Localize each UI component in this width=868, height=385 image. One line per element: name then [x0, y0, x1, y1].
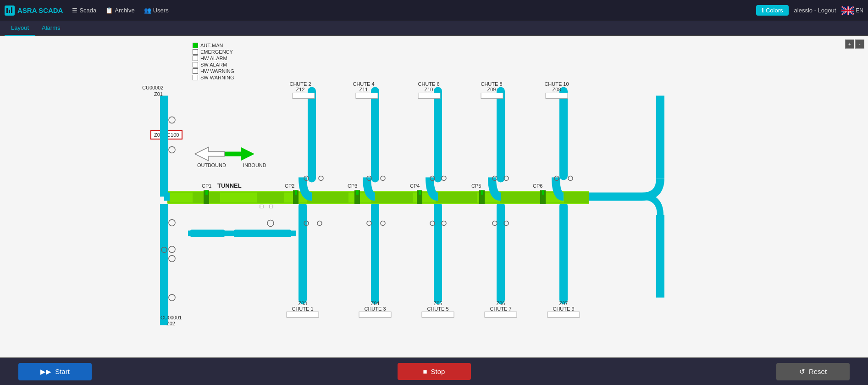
svg-rect-57 — [190, 230, 225, 237]
svg-rect-45 — [419, 190, 421, 195]
svg-rect-27 — [259, 193, 282, 203]
nav-scada[interactable]: ☰ Scada — [72, 7, 96, 14]
svg-rect-47 — [481, 190, 483, 195]
users-icon: 👥 — [144, 7, 151, 14]
svg-text:CP3: CP3 — [348, 183, 357, 189]
svg-rect-128 — [356, 93, 378, 99]
svg-text:CHUTE 8: CHUTE 8 — [481, 81, 502, 87]
svg-point-82 — [492, 221, 497, 226]
svg-rect-2 — [11, 7, 12, 13]
svg-rect-117 — [359, 312, 391, 318]
svg-point-79 — [381, 221, 385, 226]
svg-marker-87 — [195, 147, 225, 161]
svg-rect-126 — [547, 312, 580, 318]
svg-text:CHUTE 2: CHUTE 2 — [289, 81, 311, 87]
svg-rect-26 — [220, 193, 257, 203]
colors-button[interactable]: ℹ Colors — [756, 5, 789, 16]
svg-text:OUTBOUND: OUTBOUND — [197, 162, 226, 168]
subnav: Layout Alarms — [0, 21, 868, 36]
svg-rect-49 — [542, 190, 544, 195]
svg-rect-127 — [293, 93, 315, 99]
svg-rect-39 — [205, 190, 208, 195]
archive-icon: 📋 — [105, 7, 113, 14]
scada-icon: ☰ — [72, 7, 77, 14]
svg-text:Z02: Z02 — [166, 321, 175, 326]
svg-rect-131 — [546, 93, 568, 99]
svg-point-67 — [319, 176, 323, 181]
svg-rect-120 — [422, 312, 454, 318]
svg-rect-41 — [295, 190, 297, 195]
tab-layout[interactable]: Layout — [5, 21, 35, 36]
svg-text:CHUTE 6: CHUTE 6 — [418, 81, 439, 87]
svg-marker-88 — [225, 147, 254, 161]
svg-text:CHUTE 1: CHUTE 1 — [292, 306, 313, 312]
svg-text:INBOUND: INBOUND — [243, 162, 266, 168]
svg-text:Z12: Z12 — [296, 87, 305, 92]
svg-rect-1 — [9, 10, 10, 13]
diagram-svg: .pipe { stroke: #00bcd4; stroke-width: 1… — [0, 36, 868, 357]
nav-users[interactable]: 👥 Users — [144, 7, 169, 14]
svg-point-61 — [169, 220, 175, 226]
svg-text:CHUTE 9: CHUTE 9 — [553, 306, 574, 312]
flag-icon — [841, 6, 854, 15]
svg-text:CP2: CP2 — [285, 183, 294, 189]
tab-alarms[interactable]: Alarms — [35, 21, 66, 36]
svg-point-71 — [442, 176, 446, 181]
reset-icon: ↺ — [799, 368, 805, 376]
info-icon: ℹ — [762, 7, 764, 14]
svg-text:Z03: Z03 — [299, 301, 307, 306]
svg-text:Z09: Z09 — [487, 87, 496, 92]
start-icon: ▶▶ — [40, 368, 51, 376]
svg-rect-31 — [374, 193, 410, 203]
svg-point-77 — [317, 221, 322, 226]
reset-button[interactable]: ↺ Reset — [776, 363, 850, 380]
svg-text:CU00002: CU00002 — [142, 85, 163, 90]
svg-text:CU00001: CU00001 — [160, 315, 182, 320]
brand-text: ASRA SCADA — [17, 6, 63, 14]
svg-point-75 — [568, 176, 573, 181]
svg-text:Z05: Z05 — [434, 301, 442, 306]
svg-rect-24 — [170, 193, 193, 203]
svg-rect-58 — [234, 230, 291, 237]
svg-text:TUNNEL: TUNNEL — [217, 182, 242, 189]
svg-text:CP6: CP6 — [533, 183, 542, 189]
svg-text:CHUTE 10: CHUTE 10 — [544, 81, 569, 87]
svg-text:CHUTE 4: CHUTE 4 — [353, 81, 374, 87]
user-logout[interactable]: alessio - Logout — [794, 7, 836, 14]
start-button[interactable]: ▶▶ Start — [18, 363, 92, 380]
svg-point-60 — [169, 147, 175, 153]
svg-text:CP4: CP4 — [410, 183, 420, 189]
svg-text:Z01: Z01 — [154, 91, 163, 97]
bottom-bar: ▶▶ Start ■ Stop ↺ Reset — [0, 357, 868, 385]
main-canvas: + - AUT-MAN EMERGENCY HW ALARM SW ALARM … — [0, 36, 868, 357]
svg-text:CHUTE 3: CHUTE 3 — [364, 306, 386, 312]
svg-rect-35 — [502, 193, 539, 203]
svg-point-63 — [169, 256, 175, 262]
svg-rect-37 — [566, 193, 589, 203]
svg-rect-0 — [6, 8, 8, 13]
nav-archive[interactable]: 📋 Archive — [105, 7, 134, 14]
stop-icon: ■ — [423, 368, 427, 375]
language-selector[interactable]: EN — [841, 6, 863, 15]
svg-point-62 — [169, 246, 175, 253]
svg-text:Z04: Z04 — [371, 301, 380, 306]
svg-point-64 — [169, 295, 175, 301]
svg-rect-33 — [438, 193, 475, 203]
svg-point-81 — [442, 221, 446, 226]
nav-right: ℹ Colors alessio - Logout EN — [756, 5, 863, 16]
svg-text:CHUTE 7: CHUTE 7 — [490, 306, 511, 312]
navbar: ASRA SCADA ☰ Scada 📋 Archive 👥 Users ℹ C… — [0, 0, 868, 21]
svg-text:Z07: Z07 — [559, 301, 568, 306]
svg-rect-29 — [310, 193, 346, 203]
svg-point-84 — [267, 220, 274, 227]
svg-text:Z08: Z08 — [553, 87, 561, 92]
svg-rect-86 — [270, 205, 273, 208]
svg-text:Z06: Z06 — [497, 301, 505, 306]
svg-text:Z11: Z11 — [359, 87, 368, 92]
svg-text:CP5: CP5 — [471, 183, 481, 189]
svg-rect-129 — [418, 93, 440, 99]
svg-rect-123 — [485, 312, 517, 318]
svg-text:CP1: CP1 — [202, 183, 211, 189]
svg-point-59 — [169, 117, 175, 123]
stop-button[interactable]: ■ Stop — [398, 363, 471, 380]
